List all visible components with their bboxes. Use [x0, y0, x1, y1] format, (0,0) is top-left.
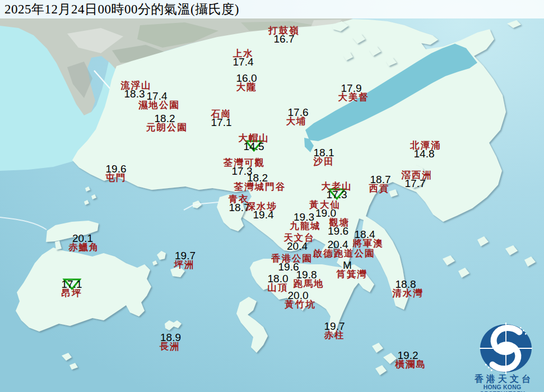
station-name: 昂坪 — [62, 289, 82, 297]
station-跑馬地: 19.8跑馬地 — [293, 270, 324, 288]
hko-logo-english-text: HONG KONG OBSERVATORY — [461, 384, 544, 392]
station-name: 元朗公園 — [146, 123, 188, 132]
station-name: 啟德跑道公園 — [313, 249, 375, 258]
station-name: 大埔 — [285, 117, 309, 125]
station-荃灣城門谷: 18.2荃灣城門谷 — [234, 174, 286, 191]
station-name: 沙田 — [314, 157, 334, 166]
station-name: 坪洲 — [173, 260, 196, 269]
station-赤柱: 19.7赤柱 — [324, 322, 345, 339]
station-啟德跑道公園: 20.4啟德跑道公園 — [313, 240, 375, 258]
station-大隴: 16.0大隴 — [236, 74, 257, 91]
station-temperature: 17.3 — [321, 190, 352, 199]
station-name: 橫瀾島 — [395, 360, 426, 368]
station-元朗公園: 18.2元朗公園 — [146, 114, 188, 132]
station-上水: 上水17.4 — [233, 49, 254, 67]
station-赤鱲角: 20.1赤鱲角 — [68, 234, 100, 251]
station-打鼓嶺: 打鼓嶺16.7 — [268, 26, 300, 44]
station-name: 赤柱 — [324, 331, 345, 339]
page-title: 2025年12月24日00時00分的氣溫(攝氏度) — [0, 0, 544, 18]
station-name: 黃竹坑 — [285, 300, 316, 309]
station-temperature: 17.1 — [211, 118, 232, 127]
station-name: 赤鱲角 — [68, 243, 100, 251]
station-temperature: 17.4 — [233, 58, 254, 67]
station-name: 大美督 — [338, 93, 369, 101]
station-temperature: 14.5 — [238, 142, 269, 151]
station-滘西洲: 滘西洲17.7 — [401, 171, 433, 188]
station-name: 清水灣 — [392, 289, 424, 297]
station-temperature: 16.7 — [268, 35, 300, 44]
station-西貢: 18.7西貢 — [368, 175, 391, 193]
station-山頂: 18.0山頂 — [268, 274, 289, 292]
station-name: 大隴 — [236, 83, 257, 91]
station-筲箕灣: M筲箕灣 — [336, 261, 368, 278]
station-name: 九龍城 — [290, 222, 321, 230]
station-清水灣: 18.8清水灣 — [392, 280, 424, 297]
station-name: 長洲 — [159, 342, 181, 351]
station-name: 跑馬地 — [293, 279, 324, 288]
station-name: 山頂 — [268, 283, 289, 292]
stations-layer: 打鼓嶺16.7上水17.416.0大隴流浮山18.317.4濕地公園17.9大美… — [0, 0, 544, 392]
station-name: 西貢 — [368, 184, 391, 193]
station-大埔: 17.6大埔 — [285, 108, 309, 125]
station-昂坪: 17.1昂坪 — [62, 280, 82, 297]
station-深水埗: 深水埗19.4 — [246, 202, 277, 220]
title-bar: 2025年12月24日00時00分的氣溫(攝氏度) — [0, 0, 544, 18]
temperature-map: 打鼓嶺16.7上水17.416.0大隴流浮山18.317.4濕地公園17.9大美… — [0, 0, 544, 392]
station-name: 荃灣城門谷 — [234, 183, 286, 191]
station-濕地公園: 17.4濕地公園 — [138, 92, 180, 109]
station-大老山: 大老山17.3 — [321, 182, 352, 199]
station-name: 屯門 — [106, 174, 127, 182]
station-大美督: 17.9大美督 — [338, 84, 369, 101]
station-長洲: 18.9長洲 — [159, 333, 181, 351]
station-屯門: 19.6屯門 — [106, 165, 127, 182]
station-temperature: 19.4 — [249, 211, 277, 220]
station-temperature: 17.7 — [398, 179, 433, 188]
station-大帽山: 大帽山14.5 — [238, 134, 269, 151]
station-name: 濕地公園 — [138, 101, 180, 109]
station-黃竹坑: 20.0黃竹坑 — [285, 291, 316, 309]
station-石崗: 石崗17.1 — [211, 110, 232, 127]
station-九龍城: 19.3九龍城 — [290, 213, 321, 230]
station-北潭涌: 北潭涌14.8 — [410, 141, 441, 158]
station-坪洲: 19.7坪洲 — [173, 251, 196, 269]
station-temperature: 14.8 — [407, 150, 441, 158]
station-name: 筲箕灣 — [336, 270, 368, 278]
station-沙田: 18.1沙田 — [314, 148, 334, 166]
station-橫瀾島: 19.2橫瀾島 — [395, 351, 426, 368]
